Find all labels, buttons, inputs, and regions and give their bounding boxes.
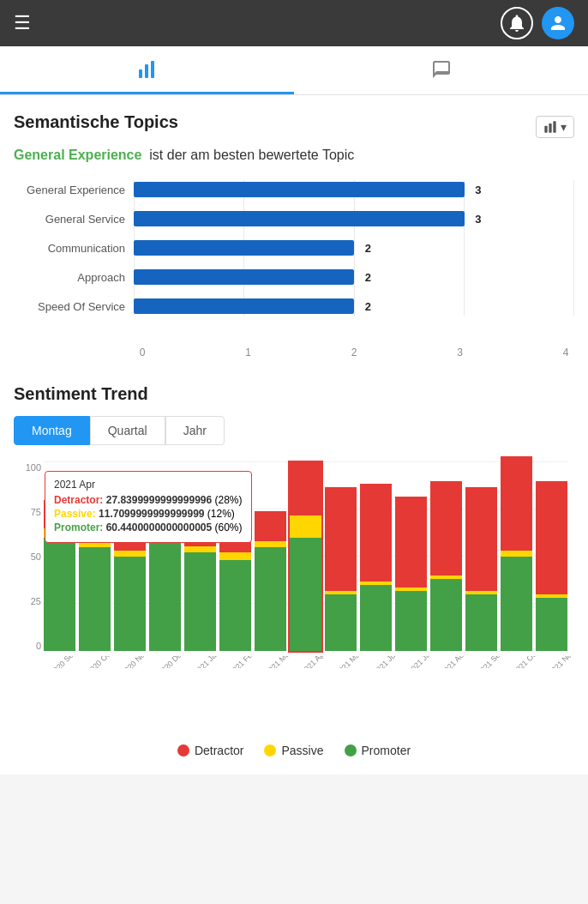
list-item <box>255 462 286 651</box>
sentiment-title: Sentiment Trend <box>14 384 574 404</box>
red-segment <box>536 481 567 594</box>
svg-rect-0 <box>139 69 142 78</box>
bar-chart-inner: General Experience 3 General Service 3 <box>14 180 574 341</box>
chart-legend: Detractor Passive Promoter <box>14 744 574 757</box>
stacked-bar <box>430 481 462 651</box>
bar-fill: 3 <box>134 211 465 226</box>
stacked-bar <box>325 487 357 651</box>
yellow-segment <box>501 551 532 557</box>
yellow-segment <box>219 552 251 560</box>
green-segment <box>79 547 111 651</box>
detractor-label: Detractor <box>195 744 244 757</box>
stacked-bar <box>501 456 532 651</box>
stacked-bar <box>149 492 181 651</box>
x-axis: 0 1 2 3 4 <box>14 347 574 359</box>
list-item <box>360 462 392 651</box>
promoter-label: Promoter <box>362 744 411 757</box>
green-segment <box>219 560 251 651</box>
bar-track: 3 <box>134 211 574 226</box>
x-label: 2021 May <box>334 656 364 668</box>
table-row: Approach 2 <box>134 268 574 286</box>
y-label: 25 <box>14 596 41 606</box>
green-segment <box>501 557 532 651</box>
red-segment <box>255 511 286 541</box>
stacked-bar <box>536 481 567 651</box>
green-segment <box>184 552 216 651</box>
green-segment <box>290 538 321 651</box>
list-item <box>44 462 75 651</box>
stacked-bar <box>114 516 146 651</box>
y-label: 0 <box>14 641 41 651</box>
user-avatar[interactable] <box>542 7 574 39</box>
red-segment <box>219 521 251 552</box>
header-icons <box>501 7 574 39</box>
notifications-button[interactable] <box>501 7 533 39</box>
list-item <box>290 462 321 651</box>
red-segment <box>325 487 357 591</box>
tab-chat[interactable] <box>294 46 588 94</box>
tab-charts[interactable] <box>0 46 294 94</box>
bar-value: 3 <box>475 213 481 226</box>
green-segment <box>114 557 146 651</box>
x-label: 2020 Sep <box>49 656 78 668</box>
x-label: 2020 Oct <box>85 656 113 668</box>
stacked-chart-area: 100 75 50 25 0 2021 Apr <box>14 462 574 651</box>
svg-rect-1 <box>145 64 148 78</box>
x-label: 2021 Jan <box>193 656 221 668</box>
list-item <box>184 462 216 651</box>
red-segment <box>79 500 111 538</box>
stacked-bar <box>219 521 251 651</box>
x-label: 2020 Dec <box>156 656 185 668</box>
bar-label: Speed Of Service <box>14 300 125 313</box>
red-segment <box>430 481 462 576</box>
bar-label: General Experience <box>14 184 125 196</box>
y-axis: 100 75 50 25 0 <box>14 462 41 651</box>
jahr-button[interactable]: Jahr <box>165 416 225 445</box>
yellow-segment <box>149 533 181 541</box>
legend-promoter: Promoter <box>345 744 411 757</box>
table-row: General Experience 3 <box>134 180 574 199</box>
table-row: General Service 3 <box>134 209 574 228</box>
quartal-button[interactable]: Quartal <box>90 416 165 445</box>
x-axis-label: 1 <box>240 347 257 359</box>
x-label: 2021 Jul <box>406 656 433 668</box>
bar-label: Approach <box>14 271 125 284</box>
horizontal-bar-chart: General Experience 3 General Service 3 <box>14 180 574 359</box>
list-item <box>219 462 251 651</box>
main-content: Semantische Topics ▾ General Experience … <box>0 95 588 774</box>
stacked-bar <box>465 487 497 651</box>
green-segment <box>536 598 567 651</box>
yellow-segment <box>184 546 216 552</box>
table-row: Speed Of Service 2 <box>134 297 574 316</box>
bar-value: 2 <box>365 242 371 255</box>
stacked-bar-chart: 100 75 50 25 0 2021 Apr <box>14 462 574 737</box>
topics-section-header: Semantische Topics ▾ <box>14 112 574 141</box>
bar-fill: 2 <box>134 269 354 285</box>
svg-rect-4 <box>549 124 551 133</box>
x-label: 2021 Sep <box>476 656 505 668</box>
list-item <box>79 462 111 651</box>
bar-value: 2 <box>365 300 371 313</box>
stacked-bar <box>360 484 392 651</box>
promoter-dot <box>345 744 357 756</box>
list-item <box>536 462 567 651</box>
list-item <box>430 462 462 651</box>
green-segment <box>255 547 286 651</box>
montag-button[interactable]: Montag <box>14 416 90 445</box>
bar-track: 3 <box>134 182 574 197</box>
stacked-bar <box>395 497 427 651</box>
y-label: 50 <box>14 551 41 562</box>
bar-label: Communication <box>14 242 125 255</box>
chart-type-button[interactable]: ▾ <box>536 116 574 138</box>
svg-rect-3 <box>544 125 547 132</box>
semantische-topics-section: Semantische Topics ▾ General Experience … <box>14 112 574 359</box>
bar-fill: 2 <box>134 240 354 256</box>
bar-track: 2 <box>134 298 574 314</box>
table-row: Communication 2 <box>134 238 574 257</box>
green-segment <box>395 591 427 651</box>
stacked-bar <box>79 500 111 651</box>
hamburger-menu[interactable]: ☰ <box>14 12 31 34</box>
red-segment <box>114 516 146 551</box>
svg-rect-2 <box>151 61 154 78</box>
green-segment <box>149 541 181 651</box>
